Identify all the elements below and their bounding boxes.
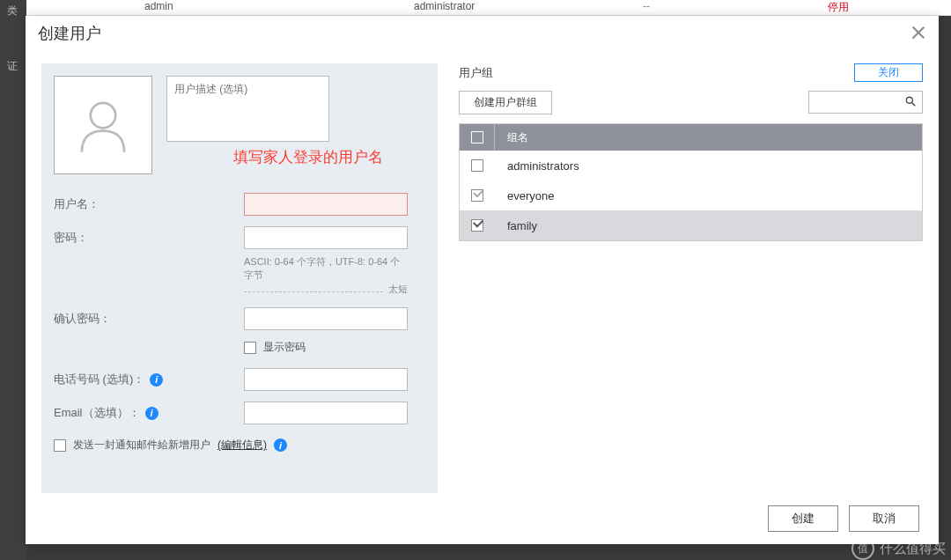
groups-toolbar: 创建用户群组 [459,91,923,114]
row-checkbox[interactable] [471,189,483,202]
header-name: 组名 [495,130,528,145]
confirm-row: 确认密码： [54,303,425,335]
groups-search[interactable] [808,91,923,114]
header-checkbox-cell [460,124,495,151]
dialog-title: 创建用户 [38,23,101,44]
background-table-row: admin administrator -- 停用 [0,0,951,16]
create-button[interactable]: 创建 [768,505,838,532]
form-rows: 用户名： 密码： ASCII: 0-64 个字符，UTF-8: 0-64 个字节… [54,188,425,453]
phone-input[interactable] [244,368,408,391]
annotation-text: 填写家人登录的用户名 [233,147,383,167]
password-hint: ASCII: 0-64 个字符，UTF-8: 0-64 个字节 太短 [244,255,408,296]
username-row: 用户名： [54,188,425,220]
svg-point-0 [91,103,115,128]
dialog-header: 创建用户 [26,16,939,51]
svg-point-1 [906,97,912,103]
row-name: everyone [495,189,554,203]
send-mail-label: 发送一封通知邮件給新增用户 [73,438,210,453]
cancel-button[interactable]: 取消 [849,505,919,532]
create-user-dialog: 创建用户 填写家人登录的用户名 用户名： [26,16,939,544]
row-name: administrators [495,159,579,173]
password-strength: 太短 [388,283,408,296]
email-row: Email（选填）： i [54,397,425,429]
username-label: 用户名： [54,196,244,212]
row-checkbox-cell [460,189,495,202]
show-password-checkbox[interactable] [244,342,256,354]
username-input[interactable] [244,193,408,216]
row-checkbox[interactable] [471,159,483,172]
edit-info-link[interactable]: (編輯信息) [217,438,267,453]
create-group-button[interactable]: 创建用户群组 [459,91,552,114]
email-input[interactable] [244,402,408,424]
groups-table-body: administratorseveryonefamily [460,151,922,240]
confirm-input[interactable] [244,307,408,330]
groups-table-header: 组名 [460,124,922,151]
show-password-label: 显示密码 [263,340,306,355]
close-icon[interactable] [910,25,926,41]
password-row: 密码： [54,222,425,254]
sidebar-item-1: 类 [0,2,26,20]
groups-title: 用户组 [459,65,493,81]
sidebar-glimpse: 类 证 [0,0,26,560]
phone-label: 电话号码 (选填)： i [54,372,244,387]
user-icon [72,94,134,156]
confirm-label: 确认密码： [54,311,244,327]
table-row[interactable]: administrators [460,151,922,181]
watermark-icon: 值 [851,537,874,560]
row-checkbox-cell [460,159,495,172]
sidebar-item-2: 证 [0,57,26,76]
left-pane: 填写家人登录的用户名 用户名： 密码： ASCII: 0-64 个字符，UTF-… [41,63,438,493]
description-input[interactable] [166,76,329,142]
email-label: Email（选填）： i [54,405,244,421]
search-icon [904,95,917,110]
info-icon[interactable]: i [145,407,158,420]
select-all-checkbox[interactable] [471,131,483,144]
send-mail-row: 发送一封通知邮件給新增用户 (編輯信息) i [54,438,425,453]
info-icon[interactable]: i [150,373,163,387]
table-row[interactable]: family [460,210,922,240]
dialog-footer: 创建 取消 [26,493,939,544]
show-password-row: 显示密码 [244,340,425,355]
send-mail-checkbox[interactable] [54,439,66,452]
bg-dash: -- [643,0,819,15]
groups-header: 用户组 关闭 [459,63,923,82]
bg-user: admin [123,0,414,15]
phone-row: 电话号码 (选填)： i [54,364,425,395]
row-name: family [495,219,537,232]
password-input[interactable] [244,226,408,249]
bg-role: administrator [414,0,643,15]
row-checkbox-cell [460,219,495,232]
row-checkbox[interactable] [471,219,483,232]
info-icon[interactable]: i [274,438,287,452]
svg-line-2 [912,102,916,106]
bg-status: 停用 [819,0,849,15]
table-row[interactable]: everyone [460,181,922,210]
dialog-body: 填写家人登录的用户名 用户名： 密码： ASCII: 0-64 个字符，UTF-… [26,51,939,493]
close-groups-button[interactable]: 关闭 [854,63,923,82]
watermark: 值 什么值得买 [851,537,946,560]
right-pane: 用户组 关闭 创建用户群组 组名 administratorse [459,63,923,493]
watermark-text: 什么值得买 [880,541,946,557]
password-meter [244,285,383,292]
password-label: 密码： [54,230,244,246]
avatar-placeholder[interactable] [54,76,152,174]
groups-table: 组名 administratorseveryonefamily [459,123,923,241]
